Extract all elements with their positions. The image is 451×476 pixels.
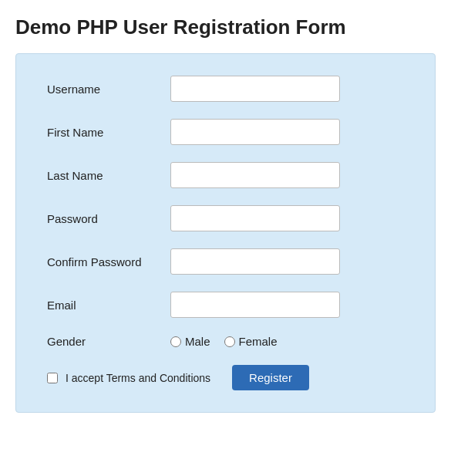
- gender-male-option[interactable]: Male: [170, 335, 210, 348]
- gender-row: Gender Male Female: [47, 335, 404, 348]
- gender-options: Male Female: [170, 335, 278, 348]
- gender-label: Gender: [47, 335, 170, 348]
- email-row: Email: [47, 292, 404, 318]
- first-name-row: First Name: [47, 119, 404, 145]
- confirm-password-label: Confirm Password: [47, 255, 170, 268]
- gender-male-radio[interactable]: [170, 336, 181, 347]
- register-button[interactable]: Register: [232, 365, 309, 390]
- first-name-label: First Name: [47, 126, 170, 139]
- terms-label: I accept Terms and Conditions: [66, 372, 210, 384]
- confirm-password-input[interactable]: [170, 248, 340, 275]
- gender-female-radio[interactable]: [224, 336, 235, 347]
- confirm-password-row: Confirm Password: [47, 248, 404, 275]
- email-input[interactable]: [170, 292, 340, 318]
- registration-form: Username First Name Last Name Password C…: [15, 53, 436, 413]
- last-name-row: Last Name: [47, 162, 404, 188]
- gender-female-option[interactable]: Female: [224, 335, 278, 348]
- username-label: Username: [47, 83, 170, 96]
- password-row: Password: [47, 205, 404, 231]
- username-row: Username: [47, 76, 404, 102]
- password-label: Password: [47, 212, 170, 225]
- terms-checkbox[interactable]: [47, 373, 58, 383]
- first-name-input[interactable]: [170, 119, 340, 145]
- last-name-label: Last Name: [47, 169, 170, 182]
- password-input[interactable]: [170, 205, 340, 231]
- email-label: Email: [47, 299, 170, 312]
- terms-row: I accept Terms and Conditions Register: [47, 365, 404, 390]
- page-title: Demo PHP User Registration Form: [15, 15, 436, 39]
- username-input[interactable]: [170, 76, 340, 102]
- gender-male-label: Male: [185, 335, 210, 348]
- gender-female-label: Female: [239, 335, 278, 348]
- last-name-input[interactable]: [170, 162, 340, 188]
